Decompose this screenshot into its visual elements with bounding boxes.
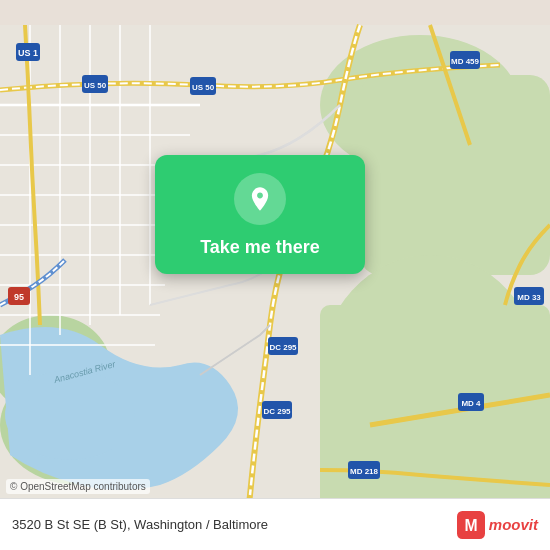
osm-attribution: © OpenStreetMap contributors [6,479,150,494]
bottom-bar: 3520 B St SE (B St), Washington / Baltim… [0,498,550,550]
svg-point-8 [5,370,135,460]
address-text: 3520 B St SE (B St), Washington / Baltim… [12,517,268,532]
location-icon-wrap [234,173,286,225]
moovit-icon: M [457,511,485,539]
svg-text:95: 95 [14,292,24,302]
take-me-there-card[interactable]: Take me there [155,155,365,274]
svg-text:MD 4: MD 4 [461,399,481,408]
svg-text:MD 33: MD 33 [517,293,541,302]
map-background: US 1 US 50 US 50 MD 459 DC 295 DC 295 DC… [0,0,550,550]
take-me-there-label: Take me there [200,237,320,258]
osm-attribution-text: © OpenStreetMap contributors [10,481,146,492]
map-container: US 1 US 50 US 50 MD 459 DC 295 DC 295 DC… [0,0,550,550]
moovit-logo: M moovit [457,511,538,539]
svg-text:M: M [464,517,477,534]
svg-text:US 50: US 50 [84,81,107,90]
svg-text:MD 218: MD 218 [350,467,379,476]
svg-text:DC 295: DC 295 [269,343,297,352]
svg-text:MD 459: MD 459 [451,57,480,66]
svg-text:US 1: US 1 [18,48,38,58]
moovit-text: moovit [489,516,538,533]
svg-text:US 50: US 50 [192,83,215,92]
location-pin-icon [246,185,274,213]
svg-text:DC 295: DC 295 [263,407,291,416]
